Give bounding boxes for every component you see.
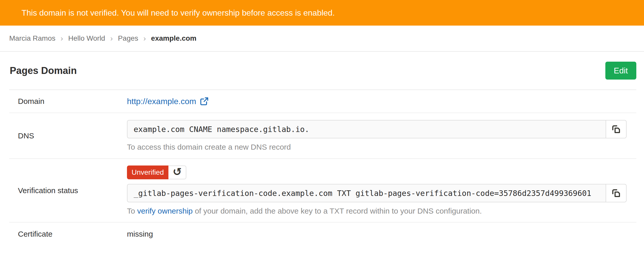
helper-prefix: To (127, 207, 135, 215)
breadcrumb: Marcia Ramos › Hello World › Pages › exa… (0, 26, 644, 52)
table-row-domain: Domain http://example.com (9, 90, 636, 113)
page-header: Pages Domain Edit (9, 52, 636, 90)
row-label: DNS (9, 131, 127, 140)
breadcrumb-link-project[interactable]: Hello World (68, 34, 105, 42)
dns-record-input[interactable] (127, 120, 606, 138)
breadcrumb-current: example.com (151, 34, 196, 42)
table-row-dns: DNS To access this domain create a new D… (9, 113, 636, 159)
domain-link[interactable]: http://example.com (127, 97, 209, 106)
unverified-badge: Unverified (127, 165, 168, 179)
domain-link-text: http://example.com (127, 97, 196, 106)
verification-status-group: Unverified ↺ (127, 165, 186, 179)
verify-ownership-link[interactable]: verify ownership (137, 207, 193, 215)
copy-dns-button[interactable] (606, 120, 627, 138)
table-row-certificate: Certificate missing (9, 223, 636, 246)
verification-record-group (127, 184, 627, 202)
main-content: Pages Domain Edit Domain http://example.… (0, 52, 644, 246)
warning-banner-text: This domain is not verified. You will ne… (22, 8, 335, 18)
retry-verification-button[interactable]: ↺ (168, 165, 186, 179)
warning-banner: This domain is not verified. You will ne… (0, 0, 644, 26)
breadcrumb-separator: › (110, 35, 113, 42)
edit-button[interactable]: Edit (605, 62, 636, 80)
breadcrumb-link-pages[interactable]: Pages (118, 34, 138, 42)
row-label: Verification status (9, 186, 127, 195)
copy-verification-button[interactable] (606, 184, 627, 202)
table-row-verification: Verification status Unverified ↺ (9, 159, 636, 223)
settings-table: Domain http://example.com DNS (9, 90, 636, 246)
dns-helper-text: To access this domain create a new DNS r… (127, 142, 627, 152)
breadcrumb-separator: › (143, 35, 146, 42)
breadcrumb-link-user[interactable]: Marcia Ramos (9, 34, 55, 42)
helper-suffix: of your domain, add the above key to a T… (195, 207, 482, 215)
copy-icon (611, 125, 621, 134)
row-label: Certificate (9, 230, 127, 238)
verification-helper-text: To verify ownership of your domain, add … (127, 206, 627, 216)
external-link-icon (200, 97, 209, 106)
copy-icon (611, 189, 621, 198)
page-title: Pages Domain (10, 65, 77, 76)
certificate-value: missing (127, 230, 153, 238)
retry-icon: ↺ (173, 167, 181, 177)
breadcrumb-separator: › (60, 35, 63, 42)
verification-record-input[interactable] (127, 184, 606, 202)
row-label: Domain (9, 97, 127, 106)
dns-record-group (127, 120, 627, 138)
